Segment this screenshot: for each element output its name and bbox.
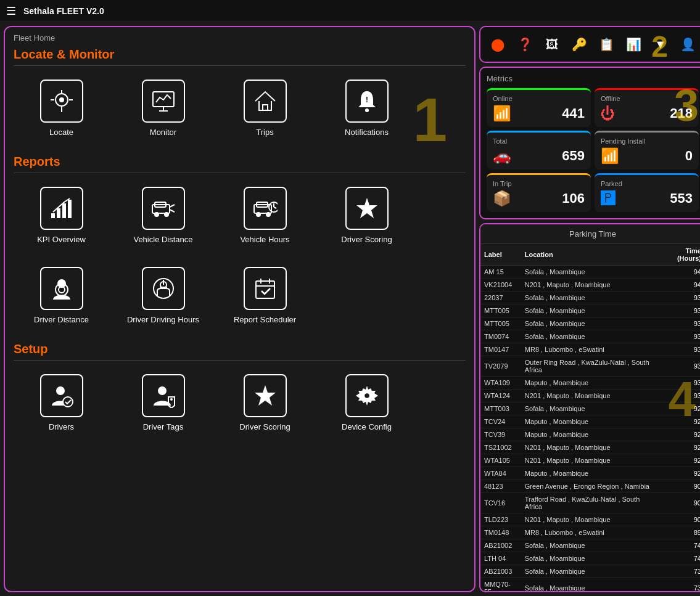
table-row: TCV39 Maputo , Moambique 92 (480, 428, 700, 441)
cell-time: 92 (658, 467, 700, 480)
cell-location: Sofala , Moambique (521, 565, 658, 578)
svg-rect-15 (68, 200, 72, 218)
menu-item-drivers[interactable]: Drivers (14, 369, 109, 437)
menu-item-driver-driving-hours[interactable]: Driver Driving Hours (115, 262, 211, 330)
metric-card-in-trip: In Trip 📦 106 (487, 173, 591, 212)
driver-tags-label: Driver Tags (143, 422, 184, 433)
cell-label: VK21004 (480, 279, 521, 292)
cell-time: 90 (658, 480, 700, 493)
menu-item-monitor[interactable]: Monitor (115, 75, 211, 142)
cell-time: 94 (658, 266, 700, 279)
metric-card-total: Total 🚗 659 (487, 131, 591, 169)
toolbar-icon-image[interactable]: 🖼 (541, 33, 563, 55)
cell-time: 94 (658, 279, 700, 292)
parking-table-title: Parking Time (480, 224, 700, 244)
metric-label-online: Online (493, 95, 585, 102)
svg-point-24 (256, 212, 261, 217)
menu-item-locate[interactable]: Locate (14, 75, 109, 142)
cell-time: 92 (658, 428, 700, 441)
table-row: AM 15 Sofala , Moambique 94 (480, 266, 700, 279)
menu-icon[interactable]: ☰ (6, 4, 16, 18)
toolbar-icon-chart[interactable]: 📊 (622, 33, 644, 55)
report-scheduler-icon-box (244, 267, 287, 310)
cell-label: LTH 04 (480, 552, 521, 565)
parking-table-scroll[interactable]: Label Location Time (Hours) AM 15 Sofala… (480, 244, 700, 591)
toolbar-icon-user[interactable]: 👤 (677, 33, 699, 55)
trips-label: Trips (256, 128, 273, 138)
toolbar-icon-circle[interactable]: ⬤ (487, 33, 509, 55)
cell-time: 93 (658, 377, 700, 390)
svg-point-10 (365, 108, 369, 112)
pending-icon: 📶 (601, 147, 619, 165)
cell-location: Sofala , Moambique (521, 292, 658, 304)
table-row: TM0148 MR8 , Lubombo , eSwatini 89 (480, 526, 700, 539)
main-layout: Fleet Home Locate & Monitor (0, 22, 700, 596)
metric-card-parked: Parked 🅿 553 (595, 173, 699, 212)
cell-location: Maputo , Moambique (521, 428, 658, 441)
svg-line-20 (170, 205, 175, 207)
vehicle-distance-label: Vehicle Distance (133, 235, 192, 245)
driver-distance-icon-box (40, 267, 83, 310)
parking-panel: Parking Time Label Location Time (Hours)… (479, 223, 700, 592)
table-row: TCV24 Maputo , Moambique 92 (480, 415, 700, 428)
parked-icon: 🅿 (601, 190, 616, 207)
cell-label: TM0074 (480, 330, 521, 343)
metric-label-offline: Offline (601, 95, 693, 102)
driver-driving-hours-icon (151, 276, 176, 301)
col-header-label: Label (480, 244, 521, 266)
svg-marker-29 (356, 198, 377, 218)
metric-value-row-online: 📶 441 (493, 105, 585, 122)
section-locate-monitor: Locate & Monitor Locate (14, 47, 466, 142)
metric-value-row-parked: 🅿 553 (601, 190, 693, 207)
device-config-icon-box (345, 374, 389, 417)
in-trip-value: 106 (562, 190, 585, 206)
menu-item-driver-distance[interactable]: Driver Distance (14, 262, 109, 330)
toolbar-icon-key[interactable]: 🔑 (568, 33, 590, 55)
offline-value: 218 (670, 105, 693, 121)
trips-icon (253, 89, 278, 113)
cell-time: 74 (658, 539, 700, 552)
cell-label: WTA105 (480, 454, 521, 467)
menu-item-report-scheduler[interactable]: Report Scheduler (217, 262, 313, 330)
menu-item-driver-scoring[interactable]: Driver Scoring (319, 182, 414, 250)
metric-card-online: Online 📶 441 (487, 88, 591, 127)
locate-icon (49, 89, 74, 113)
driver-distance-icon (49, 276, 74, 301)
svg-rect-38 (256, 281, 274, 298)
parking-table-body: AM 15 Sofala , Moambique 94 VK21004 N201… (480, 266, 700, 592)
device-config-label: Device Config (342, 422, 392, 433)
table-row: MTT005 Sofala , Moambique 93 (480, 317, 700, 330)
parked-value: 553 (670, 190, 693, 206)
locate-icon-box (40, 80, 83, 123)
total-icon: 🚗 (493, 147, 511, 165)
top-bar: ☰ Sethala FLEET V2.0 (0, 0, 700, 22)
kpi-overview-icon-box (40, 187, 83, 230)
cell-time: 89 (658, 526, 700, 539)
cell-location: N201 , Maputo , Moambique (521, 441, 658, 454)
cell-location: MR8 , Lubombo , eSwatini (521, 343, 658, 356)
menu-item-kpi-overview[interactable]: KPI Overview (14, 182, 109, 250)
svg-point-42 (56, 386, 65, 395)
menu-item-trips[interactable]: Trips (217, 75, 313, 142)
cell-location: MR8 , Lubombo , eSwatini (521, 526, 658, 539)
menu-item-device-config[interactable]: Device Config (319, 369, 414, 437)
metrics-title: Metrics (487, 74, 699, 83)
cell-time: 93 (658, 390, 700, 402)
toolbar-icon-help[interactable]: ❓ (514, 33, 536, 55)
monitor-icon (151, 89, 176, 113)
menu-item-driver-tags[interactable]: Driver Tags (115, 369, 211, 437)
cell-location: Sofala , Moambique (521, 266, 658, 279)
cell-label: TV2079 (480, 356, 521, 377)
menu-item-vehicle-hours[interactable]: Vehicle Hours (217, 182, 313, 250)
cell-label: TM0148 (480, 526, 521, 539)
toolbar-icon-doc[interactable]: 📋 (595, 33, 617, 55)
menu-item-vehicle-distance[interactable]: Vehicle Distance (115, 182, 211, 250)
cell-time: 93 (658, 343, 700, 356)
vehicle-distance-icon-box (142, 187, 185, 230)
cell-location: N201 , Maputo , Moambique (521, 454, 658, 467)
menu-item-notifications[interactable]: ! Notifications (319, 75, 414, 142)
notifications-icon: ! (355, 89, 379, 113)
menu-item-driver-scoring-setup[interactable]: Driver Scoring (217, 369, 313, 437)
cell-time: 73 (658, 578, 700, 592)
svg-rect-9 (263, 105, 268, 110)
